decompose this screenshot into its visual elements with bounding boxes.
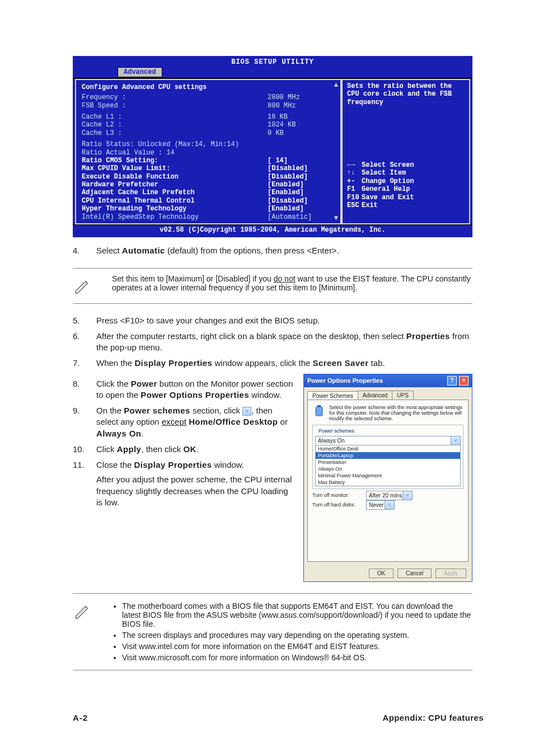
- step-6: 6. After the computer restarts, right cl…: [73, 331, 472, 354]
- page-footer: A-2 Appendix: CPU features: [73, 713, 484, 722]
- close-icon[interactable]: ×: [459, 376, 469, 386]
- note-bottom: The motherboard comes with a BIOS file t…: [73, 593, 472, 670]
- step-10: 10. Click Apply, then click OK.: [73, 444, 294, 455]
- setting-speedstep[interactable]: Intel(R) SpeedStep Technology[Automatic]: [82, 213, 335, 221]
- note-bullet: The screen displays and procedures may v…: [122, 631, 472, 640]
- power-options-dialog: Power Options Properties ? × Power Schem…: [303, 374, 472, 582]
- battery-icon: [312, 405, 326, 418]
- apply-button[interactable]: Apply: [435, 569, 466, 578]
- bios-left-panel: ▲ Configure Advanced CPU settings Freque…: [75, 79, 341, 224]
- list-item[interactable]: Max Battery: [316, 479, 460, 486]
- power-scheme-list[interactable]: Home/Office Desk Portable/Laptop Present…: [315, 445, 461, 486]
- bios-help-text: Sets the ratio between the CPU core cloc…: [347, 82, 465, 106]
- tab-power-schemes[interactable]: Power Schemes: [307, 391, 358, 400]
- scroll-up-icon[interactable]: ▲: [334, 81, 338, 89]
- dropdown-icon: v: [242, 407, 251, 416]
- cancel-button[interactable]: Cancel: [397, 569, 432, 578]
- dialog-tabs: Power SchemesAdvancedUPS: [304, 387, 472, 400]
- arrows-ud-icon: ↑↓: [347, 169, 362, 177]
- list-item[interactable]: Portable/Laptop: [316, 452, 460, 459]
- note-eist: Set this item to [Maximum] or [Disabled]…: [73, 268, 472, 304]
- ratio-status: Ratio Status: Unlocked (Max:14, Min:14): [82, 140, 335, 148]
- step-7: 7. When the Display Properties window ap…: [73, 358, 472, 369]
- arrows-lr-icon: ←→: [347, 161, 362, 169]
- chevron-down-icon[interactable]: v: [385, 501, 394, 509]
- setting-ratio-cmos[interactable]: Ratio CMOS Setting:[ 14]: [82, 157, 335, 165]
- plus-minus-icon: +-: [347, 177, 362, 185]
- dialog-info-text: Select the power scheme with the most ap…: [329, 405, 463, 421]
- power-schemes-fieldset: Power schemes Always On v Home/Office De…: [312, 425, 463, 489]
- pencil-icon: [73, 602, 92, 621]
- setting-adjacent-cache[interactable]: Adjacent Cache Line Prefetch[Enabled]: [82, 189, 335, 196]
- dialog-title: Power Options Properties: [307, 377, 383, 384]
- setting-max-cpuid[interactable]: Max CPUID Value Limit:[Disabled]: [82, 165, 335, 172]
- chevron-down-icon[interactable]: v: [451, 436, 460, 445]
- list-item[interactable]: Home/Office Desk: [316, 445, 460, 452]
- setting-hyperthreading[interactable]: Hyper Threading Technology[Enabled]: [82, 205, 335, 213]
- bios-title: BIOS SETUP UTILITY: [73, 56, 472, 68]
- step-4: 4. Select Automatic (default) from the o…: [73, 245, 472, 256]
- step-8: 8. Click the Power button on the Monitor…: [73, 378, 294, 401]
- power-scheme-dropdown[interactable]: Always On v: [315, 436, 461, 445]
- list-item[interactable]: Minimal Power Management: [316, 472, 460, 479]
- svg-rect-1: [317, 405, 321, 407]
- tab-ups[interactable]: UPS: [392, 391, 414, 400]
- note-bullet: The motherboard comes with a BIOS file t…: [122, 602, 472, 628]
- note-bullet: Visit www.intel.com for more information…: [122, 642, 472, 651]
- monitor-dropdown[interactable]: After 20 mins v: [366, 491, 413, 500]
- pencil-icon: [73, 276, 92, 296]
- chevron-down-icon[interactable]: v: [402, 491, 412, 500]
- svg-rect-0: [316, 407, 322, 416]
- ratio-actual: Ratio Actual Value : 14: [82, 149, 335, 157]
- list-item[interactable]: Always On: [316, 466, 460, 472]
- bios-panel-title: Configure Advanced CPU settings: [82, 83, 335, 91]
- tab-advanced[interactable]: Advanced: [358, 391, 392, 400]
- list-item[interactable]: Presentation: [316, 459, 460, 466]
- page-number: A-2: [73, 713, 88, 722]
- note-bullet: Visit www.microsoft.com for more informa…: [122, 653, 472, 662]
- setting-execute-disable[interactable]: Execute Disable Function[Disabled]: [82, 173, 335, 181]
- hdd-dropdown[interactable]: Never v: [366, 500, 395, 510]
- bios-copyright: v02.58 (C)Copyright 1985-2004, American …: [73, 224, 472, 235]
- scroll-down-icon[interactable]: ▼: [334, 214, 338, 222]
- dialog-titlebar: Power Options Properties ? ×: [304, 374, 472, 387]
- bios-tabrow: Advanced: [73, 68, 472, 77]
- ok-button[interactable]: OK: [369, 569, 394, 578]
- bios-tab-advanced[interactable]: Advanced: [118, 67, 162, 77]
- bios-panel: BIOS SETUP UTILITY Advanced ▲ Configure …: [73, 56, 472, 237]
- step-11: 11. Close the Display Properties window.…: [73, 459, 294, 508]
- bios-help-panel: Sets the ratio between the CPU core cloc…: [341, 79, 470, 224]
- appendix-label: Appendix: CPU features: [383, 713, 484, 722]
- setting-hw-prefetcher[interactable]: Hardware Prefetcher[Enabled]: [82, 181, 335, 189]
- step-9: 9. On the Power schemes section, click v…: [73, 405, 294, 439]
- step-5: 5. Press <F10> to save your changes and …: [73, 315, 472, 326]
- setting-thermal-control[interactable]: CPU Internal Thermal Control[Disabled]: [82, 197, 335, 205]
- monitor-label: Turn off monitor:: [312, 492, 363, 498]
- hdd-label: Turn off hard disks:: [312, 502, 363, 508]
- help-icon[interactable]: ?: [447, 376, 457, 386]
